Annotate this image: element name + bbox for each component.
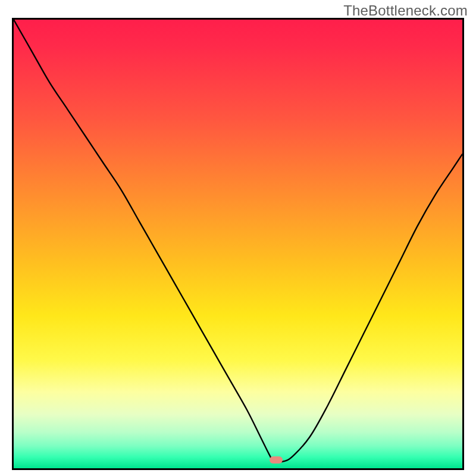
plot-area <box>12 18 464 470</box>
bottleneck-curve <box>14 20 462 468</box>
chart-container: TheBottleneck.com <box>0 0 476 476</box>
optimal-point-marker <box>270 456 283 464</box>
curve-line <box>14 20 462 462</box>
watermark-text: TheBottleneck.com <box>343 2 468 19</box>
